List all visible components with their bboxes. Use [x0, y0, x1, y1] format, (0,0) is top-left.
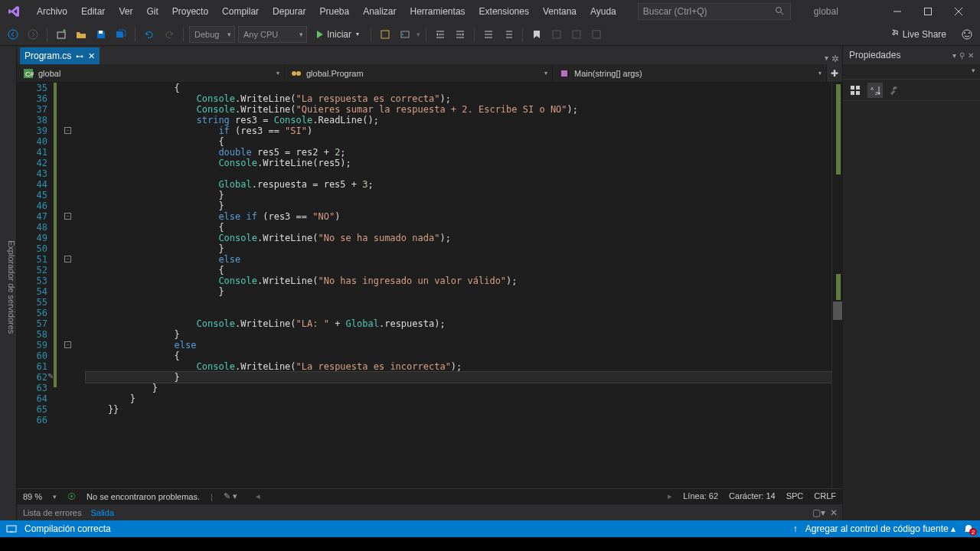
- indent-mode[interactable]: SPC: [786, 491, 804, 501]
- panel-dropdown-icon[interactable]: ▾: [952, 51, 956, 60]
- alphabetical-icon[interactable]: AZ: [867, 83, 883, 98]
- menu-proyecto[interactable]: Proyecto: [166, 3, 214, 20]
- properties-panel: Propiedades ▾ ⚲ ✕ ▾ AZ: [842, 46, 980, 520]
- ready-icon: [6, 523, 17, 534]
- eol-mode[interactable]: CRLF: [814, 491, 836, 501]
- minimize-button[interactable]: [882, 0, 913, 23]
- tb-icon-2[interactable]: [397, 26, 413, 43]
- problems-text[interactable]: No se encontraron problemas.: [87, 492, 200, 501]
- fold-toggle[interactable]: −: [64, 256, 71, 262]
- nav-bar: C# global global.Program Main(string[] a…: [17, 64, 842, 83]
- comment-icon[interactable]: [480, 26, 497, 43]
- menu-analizar[interactable]: Analizar: [357, 3, 402, 20]
- rail-server-explorer[interactable]: Explorador de servidores: [7, 240, 16, 334]
- tb-misc-1[interactable]: [548, 26, 565, 43]
- new-project-button[interactable]: [53, 26, 70, 43]
- config-dropdown[interactable]: Debug: [189, 26, 235, 43]
- menu-ayuda[interactable]: Ayuda: [584, 3, 622, 20]
- zoom-dropdown-icon[interactable]: ▾: [53, 493, 57, 500]
- liveshare-icon: [889, 29, 900, 40]
- tab-output[interactable]: Salida: [90, 506, 114, 520]
- back-button[interactable]: [5, 26, 21, 43]
- menu-herramientas[interactable]: Herramientas: [404, 3, 472, 20]
- toolbar: Debug Any CPU Iniciar ▾ ▾ Live Share: [0, 23, 980, 46]
- platform-dropdown[interactable]: Any CPU: [238, 26, 307, 43]
- scroll-right-icon[interactable]: ▸: [668, 491, 672, 501]
- menu-git[interactable]: Git: [140, 3, 164, 20]
- undo-button[interactable]: [141, 26, 158, 43]
- svg-point-35: [292, 71, 296, 76]
- tab-error-list[interactable]: Lista de errores: [23, 506, 81, 520]
- window-controls: [882, 0, 974, 23]
- indent-less-icon[interactable]: [432, 26, 449, 43]
- fold-toggle[interactable]: −: [64, 213, 71, 220]
- svg-rect-28: [573, 31, 580, 38]
- close-button[interactable]: [943, 0, 974, 23]
- save-all-button[interactable]: [113, 26, 129, 43]
- svg-rect-27: [553, 31, 560, 38]
- search-input[interactable]: Buscar (Ctrl+Q): [638, 3, 791, 20]
- tb-icon-1[interactable]: [377, 26, 394, 43]
- editor-region: Program.cs ⊷ ✕ ▾ ✲ C# global global.Prog…: [17, 46, 842, 520]
- panel-combo[interactable]: ▾: [843, 64, 980, 80]
- forward-button[interactable]: [24, 26, 41, 43]
- fold-toggle[interactable]: −: [64, 341, 71, 348]
- menu-extensiones[interactable]: Extensiones: [473, 3, 535, 20]
- fold-toggle[interactable]: −: [64, 127, 71, 134]
- char-indicator[interactable]: Carácter: 14: [729, 491, 776, 501]
- panel-close-icon[interactable]: ✕: [968, 51, 974, 60]
- svg-point-36: [296, 71, 301, 76]
- bottom-close-icon[interactable]: ✕: [830, 507, 838, 518]
- menu-archivo[interactable]: Archivo: [31, 3, 74, 20]
- start-button[interactable]: Iniciar ▾: [310, 26, 365, 43]
- close-tab-icon[interactable]: ✕: [88, 51, 95, 61]
- nav-member[interactable]: Main(string[] args): [553, 64, 827, 82]
- minimap-scrollbar[interactable]: [831, 83, 842, 488]
- panel-title: Propiedades ▾ ⚲ ✕: [843, 46, 980, 64]
- open-file-button[interactable]: [73, 26, 90, 43]
- class-icon: [291, 68, 302, 79]
- code-editor[interactable]: 3536373839404142434445464748495051525354…: [17, 83, 842, 488]
- uncomment-icon[interactable]: [500, 26, 517, 43]
- svg-rect-11: [99, 31, 103, 34]
- categorized-icon[interactable]: [848, 83, 863, 98]
- notifications-button[interactable]: 2: [963, 523, 974, 534]
- source-control-link[interactable]: Agregar al control de código fuente ▴: [805, 523, 956, 534]
- redo-button[interactable]: [161, 26, 178, 43]
- line-indicator[interactable]: Línea: 62: [683, 491, 718, 501]
- brush-icon[interactable]: ✎ ▾: [224, 491, 237, 501]
- nav-class[interactable]: global.Program: [285, 64, 553, 82]
- bottom-toggle-icon[interactable]: ▢▾: [812, 507, 825, 518]
- vs-logo-icon: [6, 4, 21, 19]
- svg-line-1: [781, 12, 783, 15]
- zoom-level[interactable]: 89 %: [23, 492, 42, 501]
- nav-project[interactable]: C# global: [17, 64, 285, 82]
- menu-ver[interactable]: Ver: [113, 3, 139, 20]
- tb-misc-2[interactable]: [568, 26, 585, 43]
- search-icon: [775, 6, 786, 17]
- titlebar: ArchivoEditarVerGitProyectoCompilarDepur…: [0, 0, 980, 23]
- search-placeholder: Buscar (Ctrl+Q): [643, 6, 707, 17]
- menu-ventana[interactable]: Ventana: [537, 3, 583, 20]
- menu-prueba[interactable]: Prueba: [313, 3, 355, 20]
- tab-settings-icon[interactable]: ✲: [831, 54, 839, 64]
- menu-editar[interactable]: Editar: [75, 3, 111, 20]
- file-tab[interactable]: Program.cs ⊷ ✕: [20, 47, 100, 64]
- ok-icon: ⦿: [67, 492, 76, 501]
- menu-compilar[interactable]: Compilar: [216, 3, 265, 20]
- wrench-icon[interactable]: [887, 83, 903, 98]
- tab-dropdown-icon[interactable]: ▾: [825, 54, 828, 64]
- liveshare-button[interactable]: Live Share: [883, 29, 952, 40]
- pin-icon[interactable]: ⊷: [76, 52, 83, 60]
- split-editor-button[interactable]: ✚: [827, 64, 842, 82]
- indent-more-icon[interactable]: [452, 26, 469, 43]
- svg-rect-29: [593, 31, 600, 38]
- save-button[interactable]: [93, 26, 109, 43]
- tb-misc-3[interactable]: [588, 26, 605, 43]
- bookmark-icon[interactable]: [528, 26, 545, 43]
- panel-pin-icon[interactable]: ⚲: [959, 51, 965, 60]
- maximize-button[interactable]: [913, 0, 943, 23]
- scroll-left-icon[interactable]: ◂: [256, 491, 260, 501]
- menu-depurar[interactable]: Depurar: [266, 3, 312, 20]
- feedback-icon[interactable]: [959, 26, 975, 43]
